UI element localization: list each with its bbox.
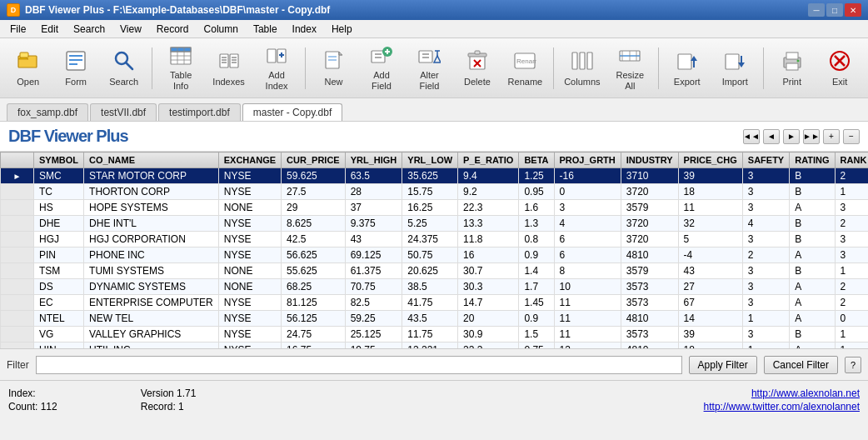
toolbar-new-button[interactable]: New (311, 43, 357, 93)
menu-item-table[interactable]: Table (247, 22, 284, 37)
table-cell: 32 (678, 216, 742, 232)
table-row[interactable]: UINUTIL INCNYSE16.7519.7513.22122.30.751… (1, 342, 869, 349)
svg-rect-69 (786, 63, 798, 70)
table-cell: 41.75 (402, 295, 458, 311)
status-bar: Index: Count: 112 Version 1.71 Record: 1… (0, 380, 868, 418)
table-cell: 3 (742, 279, 789, 295)
table-row[interactable]: TCTHORTON CORPNYSE27.52815.759.20.950372… (1, 184, 869, 200)
website-link2[interactable]: http://www.twitter.com/alexnolannet (704, 401, 860, 412)
col-header-industry[interactable]: INDUSTRY (621, 152, 678, 168)
table-row[interactable]: VGVALLEY GRAPHICSNYSE24.7525.12511.7530.… (1, 327, 869, 342)
col-header-price_chg[interactable]: PRICE_CHG (678, 152, 742, 168)
toolbar-resizeall-button[interactable]: Resize All (607, 43, 653, 93)
title-bar-controls: ─ □ ✕ (808, 3, 861, 17)
tab-master_copy[interactable]: master - Copy.dbf (242, 103, 342, 121)
table-cell: NYSE (218, 168, 281, 184)
toolbar-addfield-button[interactable]: Add Field (358, 43, 404, 93)
table-row[interactable]: DSDYNAMIC SYSTEMSNONE68.2570.7538.530.31… (1, 279, 869, 295)
table-cell: 14 (678, 311, 742, 327)
table-cell: NTEL (34, 311, 84, 327)
table-row[interactable]: DHEDHE INT'LNYSE8.6259.3755.2513.31.3437… (1, 216, 869, 232)
toolbar-open-button[interactable]: Open (5, 43, 51, 93)
table-cell: 11 (554, 311, 621, 327)
toolbar-rename-button[interactable]: Rename Rename (502, 43, 548, 93)
table-cell: 0 (835, 311, 868, 327)
table-cell: ENTERPRISE COMPUTER (84, 295, 219, 311)
menu-item-file[interactable]: File (3, 22, 32, 37)
menu-item-index[interactable]: Index (286, 22, 323, 37)
menu-item-edit[interactable]: Edit (34, 22, 65, 37)
menu-item-view[interactable]: View (113, 22, 148, 37)
toolbar-export-button[interactable]: Export (664, 43, 710, 93)
toolbar-delete-button[interactable]: Delete (454, 43, 500, 93)
col-header-symbol[interactable]: SYMBOL (34, 152, 84, 168)
close-button[interactable]: ✕ (845, 3, 861, 17)
cancel-filter-button[interactable]: Cancel Filter (764, 356, 838, 374)
toolbar-form-button[interactable]: Form (52, 43, 98, 93)
col-header-yrl_high[interactable]: YRL_HIGH (345, 152, 402, 168)
delete-label: Delete (464, 77, 491, 88)
menu-item-search[interactable]: Search (67, 22, 112, 37)
nav-play-button[interactable]: ► (783, 129, 800, 144)
toolbar-addindex-button[interactable]: Add Index (253, 43, 299, 93)
nav-next-button[interactable]: ►► (803, 129, 820, 144)
table-row[interactable]: HSHOPE SYSTEMSNONE293716.2522.31.6335791… (1, 200, 869, 216)
filter-help-button[interactable]: ? (845, 357, 861, 373)
table-cell: 8 (554, 263, 621, 279)
col-header-beta[interactable]: BETA (519, 152, 554, 168)
maximize-button[interactable]: □ (826, 3, 843, 17)
toolbar-import-button[interactable]: Import (712, 43, 758, 93)
resizeall-icon (616, 44, 643, 68)
table-cell: NONE (218, 263, 281, 279)
table-cell: 11.75 (402, 327, 458, 342)
table-cell: 35.625 (402, 168, 458, 184)
table-cell: 3 (835, 200, 868, 216)
col-header-rank[interactable]: RANK (835, 152, 868, 168)
table-cell: 3573 (621, 295, 678, 311)
table-row[interactable]: NTELNEW TELNYSE56.12559.2543.5200.911481… (1, 311, 869, 327)
col-header-co_name[interactable]: CO_NAME (84, 152, 219, 168)
toolbar-indexes-button[interactable]: Indexes (206, 43, 252, 93)
table-row[interactable]: ►SMCSTAR MOTOR CORPNYSE59.62563.535.6259… (1, 168, 869, 184)
nav-prev-button[interactable]: ◄ (763, 129, 780, 144)
tab-testimport[interactable]: testimport.dbf (158, 103, 241, 121)
table-row[interactable]: TSMTUMI SYSTEMSNONE55.62561.37520.62530.… (1, 263, 869, 279)
toolbar-tableinfo-button[interactable]: Table Info (157, 43, 203, 93)
apply-filter-button[interactable]: Apply Filter (689, 356, 757, 374)
table-cell: 1 (835, 342, 868, 349)
col-header-rating[interactable]: RATING (790, 152, 835, 168)
menu-item-record[interactable]: Record (150, 22, 196, 37)
table-row[interactable]: PINPHONE INCNYSE56.62569.12550.75160.964… (1, 248, 869, 263)
svg-rect-48 (475, 51, 480, 54)
table-cell: 30.3 (458, 279, 519, 295)
col-header-proj_grth[interactable]: PROJ_GRTH (554, 152, 621, 168)
tab-fox_samp[interactable]: fox_samp.dbf (7, 103, 88, 121)
col-header-safety[interactable]: SAFETY (742, 152, 789, 168)
website-link1[interactable]: http://www.alexnolan.net (704, 388, 860, 399)
table-row[interactable]: ECENTERPRISE COMPUTERNYSE81.12582.541.75… (1, 295, 869, 311)
nav-add-button[interactable]: + (823, 129, 840, 144)
minimize-button[interactable]: ─ (808, 3, 825, 17)
col-header-cur_price[interactable]: CUR_PRICE (282, 152, 346, 168)
rename-icon: Rename (511, 48, 538, 74)
data-table-container[interactable]: SYMBOLCO_NAMEEXCHANGECUR_PRICEYRL_HIGHYR… (0, 152, 868, 348)
toolbar-search-button[interactable]: Search (101, 43, 147, 93)
table-cell: B (790, 232, 835, 248)
toolbar-print-button[interactable]: Print (769, 43, 815, 93)
tab-testVII[interactable]: testVII.dbf (90, 103, 157, 121)
menu-item-column[interactable]: Column (197, 22, 245, 37)
toolbar-alterfield-button[interactable]: Alter Field (407, 43, 452, 93)
col-header-yrl_low[interactable]: YRL_LOW (402, 152, 458, 168)
nav-remove-button[interactable]: − (843, 129, 860, 144)
table-cell: 1 (742, 311, 789, 327)
nav-first-button[interactable]: ◄◄ (743, 129, 760, 144)
col-header-p_e_ratio[interactable]: P_E_RATIO (458, 152, 519, 168)
filter-input[interactable] (36, 356, 682, 374)
toolbar-columns-button[interactable]: Columns (559, 43, 605, 93)
col-header-exchange[interactable]: EXCHANGE (218, 152, 281, 168)
menu-item-help[interactable]: Help (325, 22, 359, 37)
table-row[interactable]: HGJHGJ CORPORATIONNYSE42.54324.37511.80.… (1, 232, 869, 248)
table-cell: 67 (678, 295, 742, 311)
toolbar-exit-button[interactable]: Exit (816, 43, 862, 93)
new-label: New (325, 77, 343, 88)
